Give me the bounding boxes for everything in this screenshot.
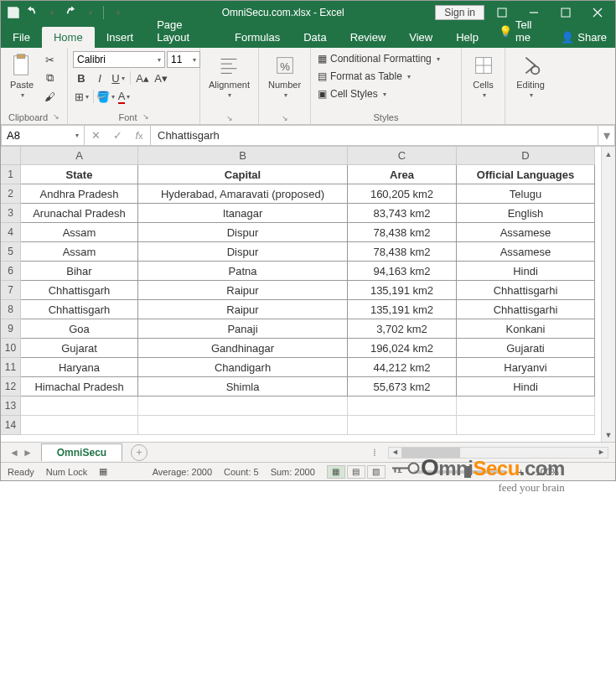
- row-header[interactable]: 8: [1, 300, 21, 319]
- tab-insert[interactable]: Insert: [95, 27, 146, 48]
- cell[interactable]: Shimla: [138, 377, 348, 397]
- cell[interactable]: Konkani: [457, 319, 595, 339]
- cell[interactable]: Raipur: [138, 300, 348, 319]
- scroll-down-icon[interactable]: ▼: [602, 428, 615, 442]
- redo-icon[interactable]: [63, 5, 78, 20]
- row-header[interactable]: 6: [1, 262, 21, 281]
- cell[interactable]: [348, 397, 457, 416]
- cell[interactable]: 83,743 km2: [348, 204, 457, 223]
- formula-input[interactable]: Chhattisgarh: [151, 125, 598, 146]
- new-sheet-button[interactable]: ＋: [131, 444, 148, 461]
- expand-formula-bar-icon[interactable]: ▾: [598, 125, 615, 146]
- cell[interactable]: Haryanvi: [457, 358, 595, 377]
- cell[interactable]: Assam: [21, 223, 138, 242]
- cell[interactable]: [348, 416, 457, 435]
- cell[interactable]: Assamese: [457, 223, 595, 242]
- col-header[interactable]: D: [457, 147, 595, 165]
- cell[interactable]: Chhattisgarh: [21, 281, 138, 300]
- font-size-combo[interactable]: 11▾: [167, 51, 200, 68]
- tell-me-button[interactable]: 💡Tell me: [490, 14, 552, 48]
- cell[interactable]: Haryana: [21, 358, 138, 377]
- cell[interactable]: Itanagar: [138, 204, 348, 223]
- sheet-nav-prev-icon[interactable]: ◄: [9, 447, 19, 459]
- cell-header[interactable]: State: [21, 165, 138, 184]
- row-header[interactable]: 14: [1, 416, 21, 435]
- col-header[interactable]: B: [138, 147, 348, 165]
- format-painter-icon[interactable]: 🖌: [41, 88, 58, 105]
- tab-formulas[interactable]: Formulas: [223, 27, 292, 48]
- cell[interactable]: 44,212 km2: [348, 358, 457, 377]
- zoom-level[interactable]: 100%: [536, 467, 559, 477]
- col-header[interactable]: A: [21, 147, 138, 165]
- cell[interactable]: Arunachal Pradesh: [21, 204, 138, 223]
- cell[interactable]: Dispur: [138, 242, 348, 262]
- copy-icon[interactable]: ⧉: [41, 70, 58, 86]
- editing-button[interactable]: Editing▾: [513, 51, 548, 101]
- select-all-corner[interactable]: [1, 147, 21, 165]
- number-button[interactable]: %Number▾: [265, 51, 304, 101]
- name-box[interactable]: A8▾: [1, 125, 85, 146]
- cell[interactable]: Panaji: [138, 319, 348, 339]
- cell[interactable]: Gujarati: [457, 339, 595, 358]
- cell[interactable]: Assam: [21, 242, 138, 262]
- number-dialog-icon[interactable]: ↘: [282, 114, 288, 122]
- scroll-right-icon[interactable]: ►: [595, 448, 608, 458]
- share-button[interactable]: 👤Share: [552, 27, 615, 48]
- cell[interactable]: Telugu: [457, 184, 595, 204]
- cell[interactable]: Chandigarh: [138, 358, 348, 377]
- row-header[interactable]: 10: [1, 339, 21, 358]
- vertical-scrollbar[interactable]: ▲ ▼: [601, 147, 615, 442]
- row-header[interactable]: 3: [1, 204, 21, 223]
- undo-dropdown-icon[interactable]: ▾: [44, 5, 60, 20]
- sheet-nav-next-icon[interactable]: ►: [23, 447, 33, 459]
- cell[interactable]: 196,024 km2: [348, 339, 457, 358]
- zoom-slider[interactable]: [414, 470, 506, 474]
- horizontal-scrollbar[interactable]: ◄ ►: [388, 447, 608, 459]
- cell[interactable]: 3,702 km2: [348, 319, 457, 339]
- cell[interactable]: Gujarat: [21, 339, 138, 358]
- bold-button[interactable]: B: [73, 70, 90, 86]
- tab-view[interactable]: View: [397, 27, 444, 48]
- underline-button[interactable]: U▾: [110, 70, 127, 86]
- cut-icon[interactable]: ✂: [41, 51, 58, 68]
- close-icon[interactable]: [583, 1, 612, 24]
- sign-in-button[interactable]: Sign in: [435, 5, 484, 20]
- scroll-up-icon[interactable]: ▲: [602, 147, 615, 161]
- fill-color-icon[interactable]: 🪣▾: [97, 88, 114, 105]
- alignment-button[interactable]: Alignment▾: [205, 51, 253, 101]
- font-dialog-icon[interactable]: ↘: [142, 112, 149, 122]
- zoom-in-button[interactable]: +: [518, 467, 523, 477]
- conditional-formatting-button[interactable]: ▦Conditional Formatting▾: [316, 51, 442, 66]
- cell[interactable]: Raipur: [138, 281, 348, 300]
- row-header[interactable]: 4: [1, 223, 21, 242]
- cell[interactable]: Himachal Pradesh: [21, 377, 138, 397]
- cell[interactable]: 55,673 km2: [348, 377, 457, 397]
- increase-font-icon[interactable]: A▴: [134, 70, 151, 86]
- borders-icon[interactable]: ⊞▾: [73, 88, 90, 105]
- cell[interactable]: Chhattisgarhi: [457, 281, 595, 300]
- tab-home[interactable]: Home: [42, 27, 95, 48]
- macro-record-icon[interactable]: ▦: [99, 466, 107, 477]
- format-as-table-button[interactable]: ▤Format as Table▾: [316, 69, 412, 84]
- cells-button[interactable]: Cells▾: [468, 51, 500, 101]
- cell[interactable]: [457, 416, 595, 435]
- row-header[interactable]: 11: [1, 358, 21, 377]
- undo-icon[interactable]: [24, 5, 39, 20]
- font-name-combo[interactable]: Calibri▾: [73, 51, 165, 68]
- row-header[interactable]: 5: [1, 242, 21, 262]
- font-color-icon[interactable]: A▾: [116, 88, 132, 105]
- row-header[interactable]: 12: [1, 377, 21, 397]
- cell[interactable]: Chhattisgarh: [21, 300, 138, 319]
- page-layout-view-icon[interactable]: ▤: [347, 465, 365, 479]
- row-header[interactable]: 9: [1, 319, 21, 339]
- cell[interactable]: 135,191 km2: [348, 281, 457, 300]
- qat-customize-icon[interactable]: ▾: [111, 5, 126, 20]
- cell-styles-button[interactable]: ▣Cell Styles▾: [316, 86, 388, 101]
- cell[interactable]: Andhra Pradesh: [21, 184, 138, 204]
- tab-file[interactable]: File: [1, 27, 42, 48]
- save-icon[interactable]: [6, 5, 21, 20]
- cell-header[interactable]: Capital: [138, 165, 348, 184]
- cell[interactable]: Dispur: [138, 223, 348, 242]
- maximize-icon[interactable]: [551, 1, 580, 24]
- italic-button[interactable]: I: [91, 70, 108, 86]
